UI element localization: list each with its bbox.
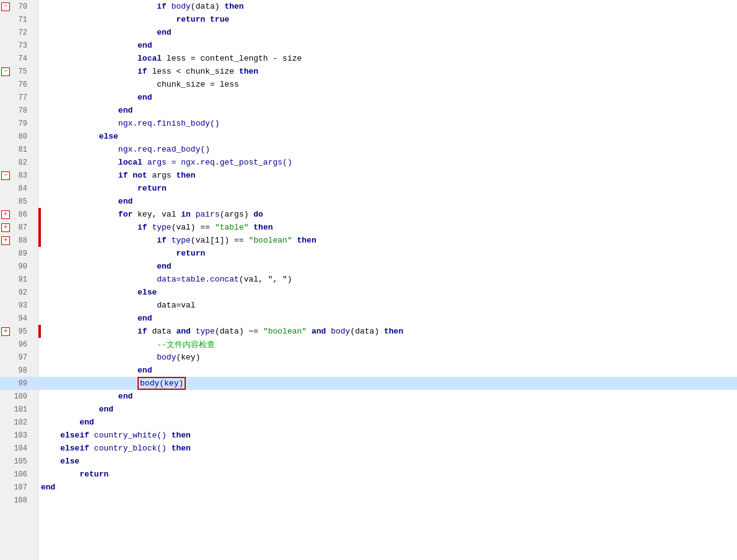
code-token: type bbox=[152, 223, 171, 232]
code-line: if data and type(data) ~= "boolean" and … bbox=[38, 325, 737, 338]
code-token: data=val bbox=[157, 301, 195, 310]
gutter-row: 83 bbox=[0, 169, 38, 182]
code-token: else bbox=[137, 288, 157, 297]
gutter-row: 82 bbox=[0, 156, 38, 169]
code-token: then bbox=[239, 67, 258, 76]
code-token: if bbox=[157, 2, 171, 11]
code-token bbox=[41, 67, 137, 76]
gutter-row: 79 bbox=[0, 117, 38, 130]
code-token bbox=[41, 197, 118, 206]
code-token bbox=[41, 249, 176, 258]
gutter-row: 88 bbox=[0, 234, 38, 247]
code-line: return true bbox=[38, 13, 737, 26]
code-line: end bbox=[38, 260, 737, 273]
code-line: chunk_size = less bbox=[38, 78, 737, 91]
gutter-row: 91 bbox=[0, 273, 38, 286]
code-line: end bbox=[38, 364, 737, 377]
gutter-row: 74 bbox=[0, 52, 38, 65]
code-token: if bbox=[137, 223, 152, 232]
code-line: else bbox=[38, 455, 737, 468]
code-line: end bbox=[38, 195, 737, 208]
code-token: in bbox=[181, 210, 195, 219]
code-token: "table" bbox=[215, 223, 249, 232]
fold-icon[interactable] bbox=[1, 236, 10, 245]
gutter-row: 105 bbox=[0, 455, 38, 468]
code-token: return bbox=[137, 184, 167, 193]
code-token bbox=[41, 366, 137, 375]
code-line: else bbox=[38, 130, 737, 143]
gutter-row: 92 bbox=[0, 286, 38, 299]
code-line: end bbox=[38, 91, 737, 104]
line-number: 85 bbox=[10, 197, 30, 206]
code-area[interactable]: if body(data) then return true end end l… bbox=[38, 0, 737, 560]
gutter-row: 81 bbox=[0, 143, 38, 156]
line-number: 94 bbox=[10, 314, 30, 323]
gutter-row: 95 bbox=[0, 325, 38, 338]
code-token: then bbox=[253, 223, 273, 232]
code-token: for bbox=[118, 210, 137, 219]
code-token bbox=[41, 301, 157, 310]
code-token: pairs bbox=[196, 210, 220, 219]
code-line: local args = ngx.req.get_post_args() bbox=[38, 156, 737, 169]
line-number: 70 bbox=[10, 2, 30, 11]
gutter-row: 97 bbox=[0, 351, 38, 364]
code-token: end bbox=[118, 106, 133, 115]
fold-icon[interactable] bbox=[1, 67, 10, 76]
line-number: 92 bbox=[10, 288, 30, 297]
code-line: elseif country_block() then bbox=[38, 442, 737, 455]
code-token bbox=[41, 158, 118, 167]
code-line: return bbox=[38, 247, 737, 260]
code-token bbox=[41, 457, 60, 466]
code-token bbox=[41, 444, 60, 453]
gutter-row: 101 bbox=[0, 403, 38, 416]
code-token: local bbox=[118, 158, 147, 167]
code-token: ngx.req.read_body() bbox=[118, 145, 210, 154]
gutter-row: 107 bbox=[0, 481, 38, 494]
code-token: end bbox=[157, 262, 171, 271]
gutter-row: 71 bbox=[0, 13, 38, 26]
fold-icon[interactable] bbox=[1, 327, 10, 336]
code-line: data=val bbox=[38, 299, 737, 312]
code-token: true bbox=[210, 15, 229, 24]
line-number: 97 bbox=[10, 353, 30, 362]
line-number: 100 bbox=[10, 392, 30, 401]
code-lines: if body(data) then return true end end l… bbox=[38, 0, 737, 507]
fold-icon[interactable] bbox=[1, 210, 10, 219]
code-token bbox=[41, 28, 157, 37]
code-token: body bbox=[331, 327, 350, 336]
code-token: then bbox=[172, 431, 191, 440]
code-line: for key, val in pairs(args) do bbox=[38, 208, 737, 221]
code-token bbox=[41, 470, 79, 479]
code-token bbox=[41, 236, 157, 245]
gutter-row: 85 bbox=[0, 195, 38, 208]
code-line: end bbox=[38, 26, 737, 39]
gutter-row: 98 bbox=[0, 364, 38, 377]
code-line: body(key) bbox=[38, 377, 737, 390]
code-token: key, val bbox=[137, 210, 181, 219]
code-token: chunk_size = less bbox=[157, 80, 239, 89]
code-token: if bbox=[157, 236, 171, 245]
code-token: then bbox=[297, 236, 316, 245]
code-token: elseif bbox=[60, 444, 94, 453]
code-token: return bbox=[176, 249, 205, 258]
fold-icon[interactable] bbox=[1, 223, 10, 232]
code-line: ngx.req.read_body() bbox=[38, 143, 737, 156]
code-line: end bbox=[38, 481, 737, 494]
code-token bbox=[41, 184, 137, 193]
red-marker bbox=[38, 221, 41, 234]
code-token bbox=[41, 405, 99, 414]
code-token: end bbox=[137, 366, 152, 375]
code-token: then bbox=[176, 171, 195, 180]
gutter-row: 77 bbox=[0, 91, 38, 104]
line-number: 106 bbox=[10, 470, 30, 479]
gutter-row: 87 bbox=[0, 221, 38, 234]
code-line: return bbox=[38, 468, 737, 481]
gutter-row: 94 bbox=[0, 312, 38, 325]
line-number: 90 bbox=[10, 262, 30, 271]
code-line: if type(val[1]) == "boolean" then bbox=[38, 234, 737, 247]
code-token bbox=[41, 15, 176, 24]
code-line: data=table.concat(val, ", ") bbox=[38, 273, 737, 286]
fold-icon[interactable] bbox=[1, 171, 10, 180]
code-line: if type(val) == "table" then bbox=[38, 221, 737, 234]
fold-icon[interactable] bbox=[1, 2, 10, 11]
